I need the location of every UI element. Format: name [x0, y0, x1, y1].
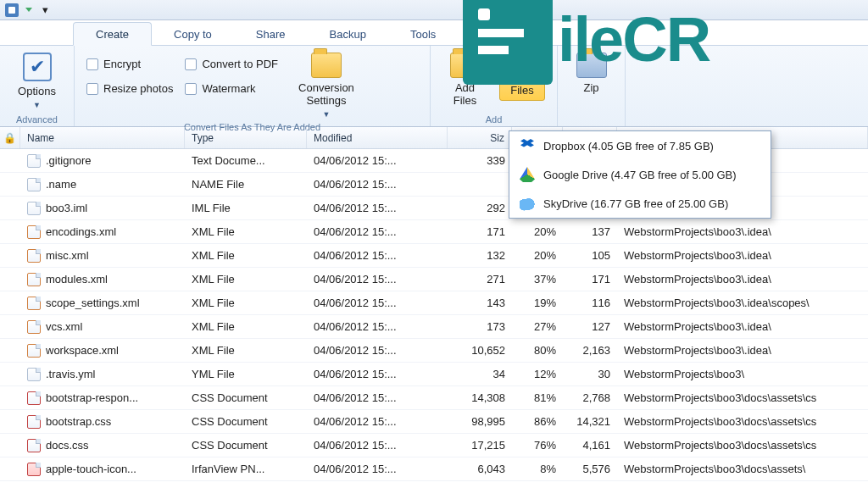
convert-pdf-checkbox[interactable]: Convert to PDF: [185, 56, 278, 72]
row-modified-cell: 04/06/2012 15:...: [307, 202, 448, 214]
add-files-label: Add Files: [446, 81, 484, 107]
ribbon-group-add: Add Files Files Add: [431, 46, 558, 126]
tab-tools[interactable]: Tools: [388, 23, 458, 45]
table-row[interactable]: misc.xmlXML File04/06/2012 15:...13220%1…: [0, 244, 868, 268]
table-row[interactable]: modules.xmlXML File04/06/2012 15:...2713…: [0, 268, 868, 291]
chevron-down-icon: ▼: [323, 110, 331, 119]
group-label-zip: [570, 114, 613, 125]
row-name-cell: vcs.xml: [20, 320, 185, 334]
row-ratio-cell: 80%: [512, 344, 563, 357]
tab-copy-to[interactable]: Copy to: [152, 23, 234, 45]
dbx-icon: [520, 138, 535, 153]
table-row[interactable]: encodings.xmlXML File04/06/2012 15:...17…: [0, 220, 868, 244]
resize-photos-checkbox[interactable]: Resize photos: [86, 80, 173, 97]
row-path-cell: WebstormProjects\boo3\.idea\: [617, 249, 868, 262]
column-type[interactable]: Type: [185, 127, 307, 148]
folder-gear-icon: [311, 53, 342, 78]
tab-share[interactable]: Share: [234, 23, 308, 45]
row-name-cell: scope_settings.xml: [20, 297, 185, 310]
checkbox-icon: [86, 58, 98, 70]
row-name-cell: docs.css: [20, 439, 185, 452]
zip-button[interactable]: Zip: [573, 51, 610, 96]
table-row[interactable]: vcs.xmlXML File04/06/2012 15:...17327%12…: [0, 315, 868, 339]
cloud-menu-item[interactable]: SkyDrive (16.77 GB free of 25.00 GB): [509, 189, 771, 218]
table-row[interactable]: docs.cssCSS Document04/06/2012 15:...17,…: [0, 434, 868, 458]
row-modified-cell: 04/06/2012 15:...: [307, 225, 448, 238]
file-icon: [27, 202, 41, 215]
row-type-cell: IML File: [185, 202, 307, 214]
row-packed-cell: 137: [563, 225, 617, 238]
row-modified-cell: 04/06/2012 15:...: [307, 320, 448, 333]
cloud-menu-item[interactable]: Dropbox (4.05 GB free of 7.85 GB): [509, 131, 771, 160]
row-ratio-cell: 20%: [512, 249, 563, 262]
file-icon: [27, 178, 41, 191]
files-split-label: Files: [510, 84, 533, 97]
encrypt-checkbox[interactable]: Encrypt: [86, 56, 173, 72]
file-icon: [27, 391, 41, 405]
table-row[interactable]: bootstrap-respon...CSS Document04/06/201…: [0, 386, 868, 410]
table-row[interactable]: bootstrap.cssCSS Document04/06/2012 15:.…: [0, 410, 868, 434]
column-size[interactable]: Siz: [448, 127, 512, 148]
conversion-settings-label: Conversion Settings: [293, 81, 359, 107]
app-icon[interactable]: [5, 3, 19, 17]
row-path-cell: WebstormProjects\boo3\.idea\: [617, 344, 868, 357]
file-name: workspace.xml: [46, 344, 119, 357]
ribbon-group-advanced: Options ▼ Advanced: [0, 46, 75, 126]
tab-create[interactable]: Create: [73, 22, 152, 46]
row-modified-cell: 04/06/2012 15:...: [307, 154, 448, 167]
files-split-button[interactable]: Files: [499, 51, 545, 101]
row-packed-cell: 2,768: [563, 391, 617, 404]
file-icon: [27, 249, 41, 263]
row-path-cell: WebstormProjects\boo3\docs\assets\: [617, 463, 868, 475]
checkbox-icon: [185, 58, 197, 70]
ribbon-tabs: Create Copy to Share Backup Tools: [0, 20, 868, 46]
column-modified[interactable]: Modified: [307, 127, 448, 148]
options-button[interactable]: Options ▼: [14, 51, 59, 111]
watermark-checkbox[interactable]: Watermark: [185, 80, 278, 97]
ribbon: Options ▼ Advanced Encrypt Resize photos…: [0, 46, 868, 127]
cloud-storage-menu: Dropbox (4.05 GB free of 7.85 GB)Google …: [509, 130, 771, 219]
file-name: modules.xml: [46, 273, 108, 286]
column-name[interactable]: Name: [20, 127, 185, 148]
row-packed-cell: 127: [563, 320, 617, 333]
row-ratio-cell: 27%: [512, 320, 563, 333]
row-modified-cell: 04/06/2012 15:...: [307, 297, 448, 309]
row-ratio-cell: 19%: [512, 297, 563, 309]
table-row[interactable]: scope_settings.xmlXML File04/06/2012 15:…: [0, 291, 868, 315]
row-size-cell: 14,308: [448, 391, 512, 404]
conversion-settings-button[interactable]: Conversion Settings ▼: [290, 51, 363, 120]
row-type-cell: CSS Document: [185, 415, 307, 428]
zip-icon: [576, 53, 607, 78]
row-ratio-cell: 20%: [512, 225, 563, 238]
row-size-cell: 10,652: [448, 344, 512, 357]
row-packed-cell: 105: [563, 249, 617, 262]
table-row[interactable]: apple-touch-icon...IrfanView PN...04/06/…: [0, 458, 868, 481]
file-icon: [27, 439, 41, 452]
convert-pdf-label: Convert to PDF: [202, 58, 278, 70]
add-files-button[interactable]: Add Files: [442, 51, 487, 108]
column-lock[interactable]: 🔒: [0, 127, 20, 148]
row-modified-cell: 04/06/2012 15:...: [307, 368, 448, 380]
file-icon: [27, 415, 41, 429]
row-name-cell: bootstrap.css: [20, 415, 185, 429]
table-row[interactable]: workspace.xmlXML File04/06/2012 15:...10…: [0, 339, 868, 363]
qat-dropdown-icon[interactable]: ▾: [37, 3, 53, 18]
row-type-cell: YML File: [185, 368, 307, 380]
row-packed-cell: 14,321: [563, 415, 617, 428]
file-name: bootstrap-respon...: [46, 391, 138, 404]
row-modified-cell: 04/06/2012 15:...: [307, 273, 448, 286]
cloud-menu-text: Dropbox (4.05 GB free of 7.85 GB): [543, 140, 714, 152]
cloud-menu-item[interactable]: Google Drive (4.47 GB free of 5.00 GB): [509, 160, 771, 189]
quick-access-caret-icon[interactable]: [25, 8, 32, 12]
row-size-cell: 132: [448, 249, 512, 262]
tab-backup[interactable]: Backup: [308, 23, 388, 45]
row-ratio-cell: 37%: [512, 273, 563, 286]
row-type-cell: XML File: [185, 320, 307, 333]
row-type-cell: CSS Document: [185, 439, 307, 452]
file-name: vcs.xml: [46, 320, 82, 333]
table-row[interactable]: .travis.ymlYML File04/06/2012 15:...3412…: [0, 363, 868, 386]
group-label-add: Add: [442, 114, 545, 125]
row-path-cell: WebstormProjects\boo3\.idea\scopes\: [617, 297, 868, 309]
file-icon: [27, 463, 41, 476]
encrypt-label: Encrypt: [103, 58, 141, 70]
